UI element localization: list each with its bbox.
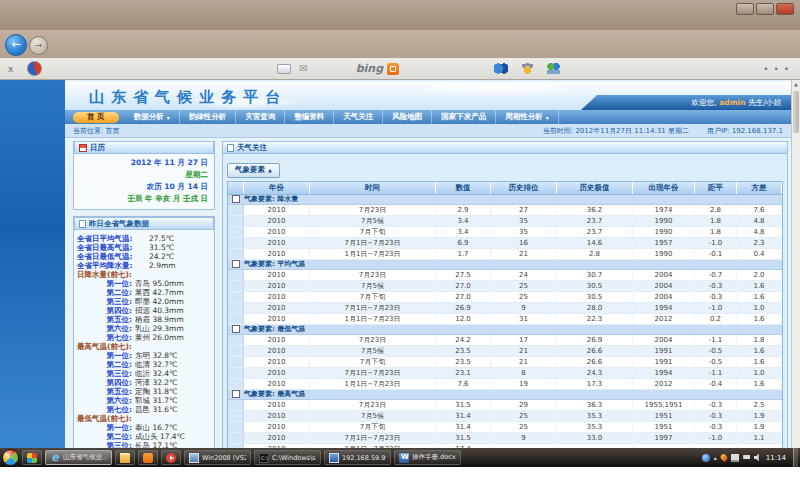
row-gutter [228,346,244,357]
toolbar-logo-icon[interactable] [27,61,42,76]
scrollbar-thumb[interactable] [793,91,799,133]
checkbox-icon[interactable] [232,260,240,268]
column-header[interactable]: 距平 [695,182,737,194]
column-header[interactable]: 数值 [436,182,491,194]
column-header[interactable]: 时间 [310,182,436,194]
taskbar-button-folder[interactable] [115,450,135,465]
forward-button[interactable]: → [29,36,48,55]
web-page: 山东省气候业务平台 欢迎您, admin 先生/小姐 首 页数据分析▾韵律性分析… [65,80,791,448]
screen-bottom-margin [0,467,800,500]
rank-value: 长岛 17.1℃ [135,441,178,448]
clock[interactable]: 11:14 [766,454,786,462]
taskbar-button-pin[interactable] [22,450,42,465]
mail-icon[interactable]: ✉ [299,63,307,74]
network-icon[interactable] [731,454,739,462]
table-row[interactable]: 20107月1日~7月23日26.9928.01994-1.01.0 [228,303,782,314]
meteo-element-filter-button[interactable]: 气象要素 [227,163,280,178]
table-row[interactable]: 20107月下旬23.52126.61991-0.51.6 [228,357,782,368]
scroll-up-icon[interactable]: ▲ [792,80,800,89]
column-header[interactable]: 方差 [737,182,782,194]
table-cell: 1991 [633,346,695,357]
card-icon[interactable] [277,64,291,74]
taskbar-button-ie[interactable]: e山东省气候业... [45,450,112,465]
antivirus-icon[interactable] [719,453,728,462]
window-controls [736,3,794,15]
table-cell: 4.8 [737,216,782,227]
rank-label: 第三位: [77,369,135,378]
table-cell: 2010 [244,433,310,444]
table-row[interactable]: 20107月1日~7月23日23.1824.31994-1.11.0 [228,368,782,379]
volume-icon[interactable] [754,454,762,462]
table-row[interactable]: 20107月下旬27.02530.52004-0.31.6 [228,292,782,303]
toolbar-overflow-icon[interactable]: • • • [763,64,790,74]
table-cell: 14.6 [557,238,633,249]
taskbar-button-cmd[interactable]: C:\Windows\s... [254,450,321,465]
maximize-button[interactable] [756,3,774,15]
document-icon [227,144,234,152]
table-row[interactable]: 20107月23日24.21726.92004-1.11.8 [228,335,782,346]
pet-app-icon[interactable] [522,63,533,74]
section-row[interactable]: 气象要素: 最低气温 [228,325,782,335]
table-row[interactable]: 20107月5候27.02530.52004-0.31.6 [228,281,782,292]
tray-app-icon[interactable] [702,454,710,462]
table-row[interactable]: 20101月1日~7月23日7.61917.32012-0.41.6 [228,379,782,390]
nav-item-4[interactable]: 灾害查询 [236,110,285,124]
action-center-icon[interactable] [743,455,750,459]
table-row[interactable]: 20107月5候3.43523.719901.84.8 [228,216,782,227]
taskbar-button-window[interactable]: Win2008 (VS2... [184,450,251,465]
row-gutter [228,205,244,216]
start-button[interactable] [2,449,19,466]
nav-item-6[interactable]: 天气关注 [334,110,383,124]
section-row[interactable]: 气象要素: 平均气温 [228,260,782,270]
table-row[interactable]: 20107月23日2.92736.219742.87.6 [228,205,782,216]
welcome-prefix: 欢迎您, [691,98,716,108]
checkbox-icon[interactable] [232,390,240,398]
nav-item-9[interactable]: 周期性分析▾ [496,110,559,124]
column-header[interactable]: 历史排位 [491,182,557,194]
table-row[interactable]: 20107月下旬31.42535.31951-0.31.9 [228,422,782,433]
nav-item-8[interactable]: 国家下发产品 [432,110,496,124]
stat-row: 全省平均降水量:2.9mm [77,261,211,270]
nav-item-2[interactable]: 数据分析▾ [125,110,180,124]
show-desktop-button[interactable] [793,448,798,467]
minimize-button[interactable] [736,3,754,15]
contacts-icon[interactable] [547,63,560,74]
table-row[interactable]: 20101月1日~7月23日12.03122.320120.21.6 [228,314,782,325]
table-row[interactable]: 20107月23日27.52430.72004-0.72.0 [228,270,782,281]
table-row[interactable]: 20107月5候23.52126.61991-0.51.6 [228,346,782,357]
messenger-icon[interactable] [494,63,508,74]
bing-logo[interactable]: bing [356,62,383,75]
back-button[interactable]: ← [5,34,27,56]
nav-item-5[interactable]: 整编资料 [285,110,334,124]
nav-item-1[interactable]: 首 页 [73,112,119,123]
table-row[interactable]: 20107月1日~7月23日31.5933.01997-1.01.1 [228,433,782,444]
table-row[interactable]: 20101月1日~7月23日1.7212.81990-0.10.4 [228,249,782,260]
scrollbar[interactable]: ▲ [791,80,800,448]
table-cell: 24.2 [436,335,491,346]
word-icon [399,453,409,463]
taskbar-button-word[interactable]: 操作手册.docx ... [394,450,461,465]
taskbar-button-media[interactable] [161,450,181,465]
taskbar-button-remote[interactable]: 192.168.59.99... [324,450,391,465]
checkbox-icon[interactable] [232,195,240,203]
toolbar-close-button[interactable]: x [8,64,13,74]
nav-item-3[interactable]: 韵律性分析 [180,110,237,124]
column-header[interactable]: 出现年份 [633,182,695,194]
column-header[interactable]: 年份 [244,182,310,194]
column-header[interactable]: 历史极值 [557,182,633,194]
section-row[interactable]: 气象要素: 降水量 [228,195,782,205]
table-row[interactable]: 20107月5候31.42535.31951-0.31.9 [228,411,782,422]
table-row[interactable]: 20107月下旬3.43523.719901.84.8 [228,227,782,238]
table-row[interactable]: 20107月1日~7月23日6.91614.61957-1.02.3 [228,238,782,249]
table-cell: 1991 [633,357,695,368]
nav-item-7[interactable]: 风险地图 [383,110,432,124]
search-app-icon[interactable] [387,63,399,75]
section-row[interactable]: 气象要素: 最高气温 [228,390,782,400]
checkbox-icon[interactable] [232,325,240,333]
taskbar-button-app-orange[interactable] [138,450,158,465]
close-button[interactable] [776,3,794,15]
table-cell: 21 [491,249,557,260]
rank-value: 成山头 17.4℃ [135,432,185,441]
table-row[interactable]: 20107月23日31.52936.31955,1951-0.32.5 [228,400,782,411]
tray-overflow-icon[interactable]: ▴ [714,454,717,461]
